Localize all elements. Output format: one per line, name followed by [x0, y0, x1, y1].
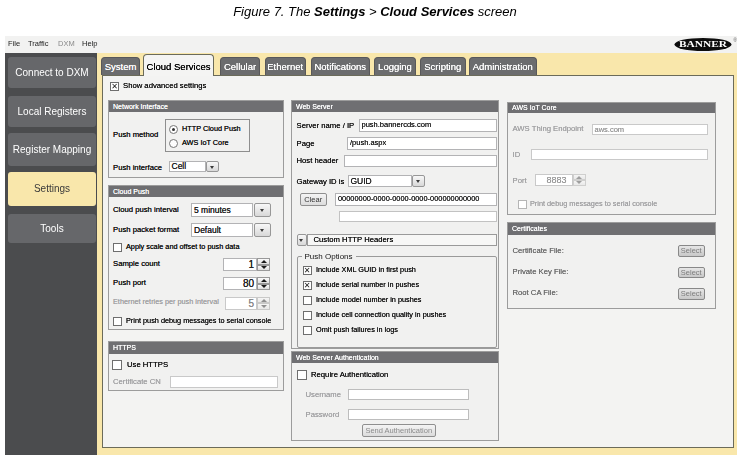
svg-text:®: ®	[734, 37, 738, 43]
svg-text:BANNER: BANNER	[679, 39, 728, 49]
